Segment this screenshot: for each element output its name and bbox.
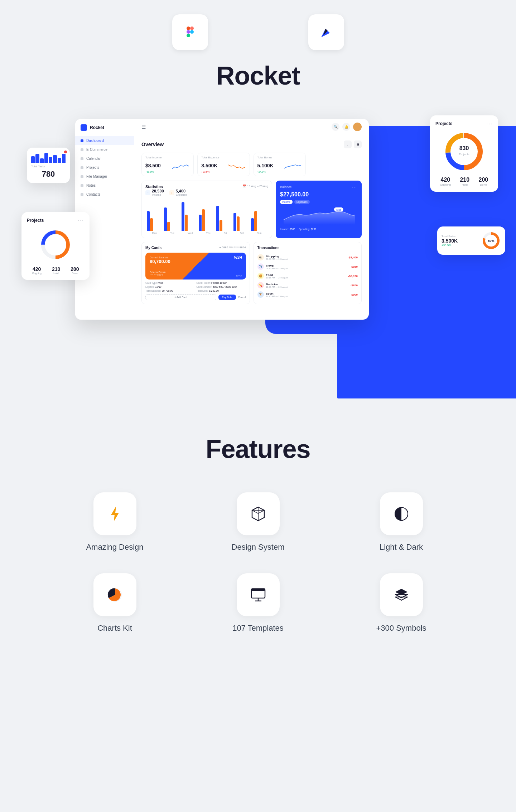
bar-tue-orange	[167, 222, 170, 231]
circle-half-icon	[392, 505, 410, 523]
dashboard-main-content: ☰ 🔍 🔔 Overview ↓ ⊞	[134, 119, 369, 320]
sidebar-contacts-label: Contacts	[86, 192, 100, 196]
sidebar-projects-label: Projects	[86, 166, 99, 169]
balance-menu[interactable]: ···	[352, 185, 357, 190]
my-cards-header: My Cards ● 5880 **** **** 8854	[145, 246, 246, 250]
shopping-icon: 🛍	[257, 254, 264, 261]
my-cards-title: My Cards	[145, 246, 161, 250]
small-donut-container	[27, 227, 84, 263]
menu-icon[interactable]: ☰	[141, 124, 146, 130]
small-hold-val: 210	[52, 266, 60, 272]
medicine-date: 11:30 AM — 24 August	[266, 286, 348, 288]
hold-value: 210	[460, 177, 469, 183]
bar-group-thu	[199, 209, 214, 231]
statistics-card: Statistics ↑ 20,500 Income	[141, 181, 272, 238]
cardholder-name: Felecia Brown	[150, 271, 242, 273]
design-system-icon-box	[237, 492, 280, 535]
expense-stat: Total Expense 3.500K ↓10.5%	[197, 153, 250, 176]
small-done-label: Done	[71, 272, 79, 274]
income-num-sub: Income	[152, 193, 164, 196]
feature-templates: 107 Templates	[208, 573, 308, 633]
transaction-shopping: 🛍 Shopping 08:00 AM — 19 August -$1,400	[257, 253, 358, 262]
sidebar-dot-5	[81, 175, 83, 178]
sidebar-item-ecommerce[interactable]: E-Commerce	[75, 145, 134, 154]
projects-card-menu[interactable]: ···	[486, 121, 493, 126]
day-mon: Mon	[152, 232, 157, 234]
stats-header: Statistics ↑ 20,500 Income	[145, 185, 268, 199]
day-sat: Sat	[240, 232, 244, 234]
small-projects-menu[interactable]: ···	[78, 218, 84, 223]
my-cards-panel: My Cards ● 5880 **** **** 8854 Current B…	[141, 242, 250, 304]
sport-info: Sport 12:45 AM — 25 August	[266, 292, 348, 297]
sidebar-calendar-label: Calendar	[86, 157, 101, 161]
charts-kit-label: Charts Kit	[97, 624, 132, 633]
shopping-amount: -$1,400	[348, 256, 358, 259]
sidebar-item-projects[interactable]: Projects	[75, 163, 134, 172]
expense-num-val: 5,400	[176, 189, 187, 193]
light-dark-label: Light & Dark	[380, 543, 423, 552]
balance-wave-chart: $258	[280, 207, 359, 225]
total-balance-label: Total Balance: 80,700.00	[145, 290, 195, 292]
sidebar-dot-6	[81, 184, 83, 187]
sidebar-item-contacts[interactable]: Contacts	[75, 190, 134, 199]
sidebar-dot-3	[81, 157, 83, 160]
small-donut-svg	[38, 227, 73, 263]
user-avatar[interactable]	[353, 123, 362, 131]
bar-group-fri	[216, 206, 232, 231]
small-ongoing-label: Ongoing	[32, 272, 41, 274]
balance-title: Balance	[280, 185, 292, 189]
expenses-tab[interactable]: Expenses	[294, 200, 310, 204]
figma-icon	[183, 25, 197, 39]
sidebar-item-dashboard[interactable]: Dashboard	[75, 136, 134, 145]
sidebar-filemanager-label: File Manager	[86, 175, 107, 178]
small-projects-stats: 420 Ongoing 210 Hold 200 Done	[27, 266, 84, 274]
total-debt-label: Total Debt: 8,250.00	[196, 290, 246, 292]
add-card-btn[interactable]: + Add Card	[145, 294, 216, 300]
more-btn[interactable]: ⊞	[354, 140, 362, 148]
monitor-icon	[249, 586, 267, 604]
dashboard-topbar: ☰ 🔍 🔔	[134, 119, 369, 135]
symbols-label: +300 Symbols	[376, 624, 426, 633]
figma-logo-box	[172, 14, 208, 50]
sidebar-item-calendar[interactable]: Calendar	[75, 154, 134, 163]
tasks-label: Total Tasks	[31, 165, 66, 168]
credit-balance-label: Current Balance	[150, 256, 242, 259]
cancel-btn[interactable]: Cancel	[238, 296, 246, 298]
income-chart	[172, 162, 190, 171]
expense-num-sub: Expense	[176, 193, 187, 196]
top-section: Rocket	[0, 0, 516, 90]
search-icon[interactable]: 🔍	[332, 123, 339, 131]
hold-stat: 210 Hold	[460, 177, 469, 186]
small-ongoing-val: 420	[32, 266, 41, 272]
bonus-change: ↑24.9%	[257, 171, 302, 173]
notification-icon[interactable]: 🔔	[342, 123, 350, 131]
projects-card-header: Projects ···	[435, 121, 493, 126]
projects-card-stats: 420 Ongoing 210 Hold 200 Done	[435, 177, 493, 186]
income-label: Total Income	[145, 156, 190, 159]
income-stat: Total Income $8.500 ↑50.8%	[141, 153, 194, 176]
bar-fri-orange	[220, 220, 222, 231]
spending-label: Spending: $200	[299, 228, 316, 230]
income-value: $8.500	[145, 163, 161, 168]
bonus-label: Total Bonus	[257, 156, 302, 159]
sidebar-item-filemanager[interactable]: File Manager	[75, 172, 134, 181]
tasks-mini-chart	[31, 152, 66, 163]
small-done-val: 200	[71, 266, 79, 272]
bar-thu-blue	[199, 215, 202, 231]
sidebar-item-notes[interactable]: Notes	[75, 181, 134, 190]
income-tab[interactable]: Income	[280, 200, 293, 204]
rocket-logo-box	[308, 14, 344, 50]
download-btn[interactable]: ↓	[344, 140, 352, 148]
feature-light-dark: Light & Dark	[351, 492, 452, 552]
travel-icon: ✈️	[257, 263, 264, 270]
transaction-sport: 🏋️ Sport 12:45 AM — 25 August -$900	[257, 290, 358, 299]
travel-amount: -$850	[351, 265, 358, 268]
done-value: 200	[479, 177, 488, 183]
sport-name: Sport	[266, 292, 348, 295]
bar-wed-orange	[185, 215, 188, 231]
balance-card: Balance ··· $27,500.00 Income Expenses	[276, 181, 362, 238]
bar-sun-blue	[251, 218, 254, 231]
medicine-icon: 💊	[257, 282, 264, 288]
pay-debt-btn[interactable]: Pay Debt	[218, 295, 236, 300]
transaction-food: 🍔 Food 10:15 AM — 24 August -$2,150	[257, 271, 358, 281]
